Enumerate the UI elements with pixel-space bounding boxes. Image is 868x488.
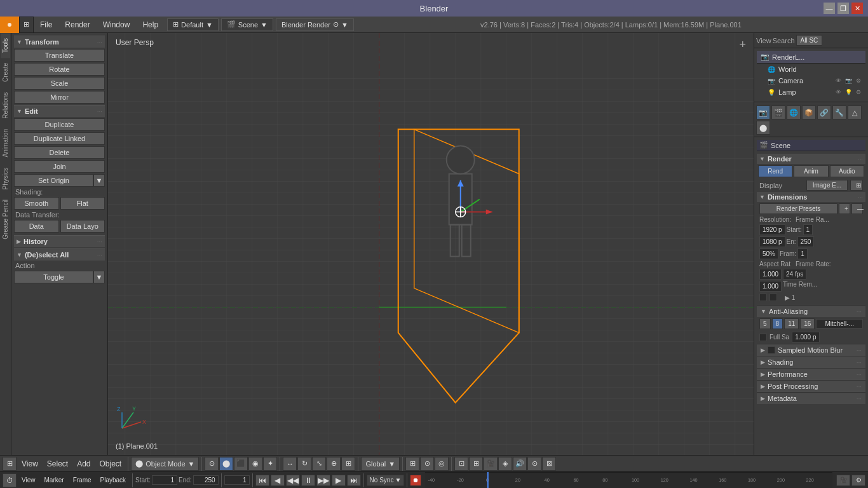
scene-selector[interactable]: 🎬 Scene ▼: [221, 18, 273, 31]
fram-field[interactable]: 1: [797, 248, 808, 259]
lamp-render-button[interactable]: 💡: [844, 88, 853, 97]
performance-header[interactable]: ▶ Performance ···: [757, 369, 865, 380]
viewport[interactable]: User Persp + X Y Z (1) Plane.001: [108, 33, 754, 455]
aspect-x-field[interactable]: 1.000: [759, 269, 782, 280]
camera-tree-item[interactable]: 📷 Camera 👁 📷 ⚙: [757, 75, 865, 86]
world-props-icon[interactable]: 🌐: [787, 105, 801, 119]
tab-grease-pencil[interactable]: Grease Pencil: [1, 194, 10, 245]
overlay3-icon[interactable]: 🎥: [484, 457, 498, 471]
delete-button[interactable]: Delete: [14, 146, 105, 159]
render-section-header[interactable]: ▼ Render ···: [757, 154, 865, 164]
shading-prop-header[interactable]: ▶ Shading ···: [757, 356, 865, 368]
mitchell-dropdown[interactable]: Mitchell-...: [816, 319, 863, 329]
set-origin-button[interactable]: Set Origin: [14, 174, 93, 187]
texture-shading-icon[interactable]: ⬛: [234, 457, 248, 471]
image-editor-button[interactable]: Image E...: [806, 180, 848, 191]
aspect-y-field[interactable]: 1.000: [759, 281, 782, 292]
snap-icon[interactable]: ⊙: [420, 457, 434, 471]
search-label[interactable]: Search: [773, 37, 795, 44]
mirror-button[interactable]: Mirror: [14, 91, 105, 104]
scale-button[interactable]: Scale: [14, 77, 105, 90]
grid-icon[interactable]: ⊞: [405, 457, 419, 471]
prev-frame-button[interactable]: ◀: [271, 475, 285, 486]
data-props-icon[interactable]: △: [848, 105, 862, 119]
timeline-marker-menu[interactable]: Marker: [41, 475, 68, 486]
move-transform-icon[interactable]: ↔: [283, 457, 297, 471]
tab-create[interactable]: Create: [1, 58, 10, 87]
file-menu[interactable]: File: [34, 17, 58, 33]
width-field[interactable]: 1920 p: [759, 224, 785, 235]
sampled-motion-checkbox[interactable]: [768, 346, 775, 354]
mode-selector[interactable]: ⬤ Object Mode ▼: [131, 457, 199, 471]
extra-transform1-icon[interactable]: ⊕: [327, 457, 341, 471]
layout-selector[interactable]: ⊞ Default ▼: [167, 18, 219, 31]
timeline-current-frame[interactable]: 1: [224, 475, 250, 485]
transform-section-header[interactable]: ▼ Transform ···: [14, 36, 105, 48]
post-processing-header[interactable]: ▶ Post Processing ···: [757, 381, 865, 392]
constraints-props-icon[interactable]: 🔗: [817, 105, 831, 119]
tab-physics[interactable]: Physics: [1, 163, 10, 194]
scale-transform-icon[interactable]: ⤡: [312, 457, 326, 471]
full-sa-value[interactable]: 1.000 p: [792, 332, 819, 342]
rendered-shading-icon[interactable]: ✦: [263, 457, 277, 471]
lamp-eye-button[interactable]: 👁: [834, 88, 843, 97]
overlay7-icon[interactable]: ⊠: [542, 457, 556, 471]
modifiers-props-icon[interactable]: 🔧: [832, 105, 846, 119]
height-field[interactable]: 1080 p: [759, 236, 785, 247]
record-button[interactable]: ⏺: [410, 475, 421, 486]
view-menu-bottom[interactable]: View: [18, 457, 42, 471]
close-button[interactable]: ✕: [851, 3, 863, 14]
tab-relations[interactable]: Relations: [1, 87, 10, 124]
sampled-motion-header[interactable]: ▶ Sampled Motion Błur ···: [757, 344, 865, 356]
translate-button[interactable]: Translate: [14, 49, 105, 62]
duplicate-button[interactable]: Duplicate: [14, 118, 105, 131]
anim-tab[interactable]: Anim: [794, 165, 828, 177]
data-button[interactable]: Data: [14, 220, 59, 233]
render-menu[interactable]: Render: [58, 17, 96, 33]
camera-settings-button[interactable]: ⚙: [854, 76, 863, 85]
timeline-type-icon[interactable]: ⏱: [3, 473, 17, 487]
solid-shading-icon[interactable]: ⬤: [219, 457, 233, 471]
sync-selector[interactable]: No Sync ▼: [367, 475, 405, 486]
tab-animation[interactable]: Animation: [1, 124, 10, 162]
material-props-icon[interactable]: ⬤: [756, 121, 770, 135]
presets-del-button[interactable]: —: [851, 203, 863, 214]
maximize-button[interactable]: ❐: [837, 3, 849, 14]
percent-field[interactable]: 50%: [759, 248, 778, 259]
aa-5-button[interactable]: 5: [759, 318, 771, 329]
help-menu[interactable]: Help: [136, 17, 165, 33]
overlay2-icon[interactable]: ⊞: [469, 457, 483, 471]
audio-tab[interactable]: Audio: [830, 165, 864, 177]
timeline-frame-menu[interactable]: Frame: [69, 475, 95, 486]
edit-section-header[interactable]: ▼ Edit ···: [14, 105, 105, 117]
dimensions-header[interactable]: ▼ Dimensions ···: [757, 192, 865, 202]
select-menu[interactable]: Select: [43, 457, 72, 471]
object-menu[interactable]: Object: [96, 457, 126, 471]
jump-start-button[interactable]: ⏮: [255, 475, 269, 486]
object-props-icon[interactable]: 📦: [802, 105, 816, 119]
display-extra-button[interactable]: ⊞: [850, 180, 863, 191]
rotate-transform-icon[interactable]: ↻: [297, 457, 311, 471]
timeline-start-input[interactable]: 1: [152, 475, 177, 485]
full-sa-checkbox[interactable]: [759, 334, 767, 341]
lamp-tree-item[interactable]: 💡 Lamp 👁 💡 ⚙: [757, 86, 865, 98]
rotate-button[interactable]: Rotate: [14, 63, 105, 76]
render-engine-selector[interactable]: Blender Render ⊙ ▼: [276, 18, 354, 31]
frame-rate-field[interactable]: 24 fps: [783, 269, 806, 280]
overlay5-icon[interactable]: 🔊: [513, 457, 527, 471]
lamp-settings-button[interactable]: ⚙: [854, 88, 863, 97]
set-origin-arrow[interactable]: ▼: [93, 174, 105, 187]
overlay6-icon[interactable]: ⊙: [527, 457, 541, 471]
aa-16-button[interactable]: 16: [800, 318, 815, 329]
history-section-header[interactable]: ▶ History ···: [14, 235, 105, 247]
aa-11-button[interactable]: 11: [784, 318, 799, 329]
timeline-extra2-button[interactable]: ⚙: [851, 475, 865, 486]
join-button[interactable]: Join: [14, 160, 105, 173]
start-frame-field[interactable]: 1: [803, 224, 813, 235]
minimize-button[interactable]: —: [824, 3, 835, 14]
timeline-extra1-button[interactable]: 🎥: [836, 475, 850, 486]
wire-shading-icon[interactable]: ⊙: [205, 457, 219, 471]
all-sc-button[interactable]: All SC: [796, 35, 823, 46]
pivot-selector[interactable]: Global ▼: [361, 457, 400, 471]
duplicate-linked-button[interactable]: Duplicate Linked: [14, 132, 105, 145]
